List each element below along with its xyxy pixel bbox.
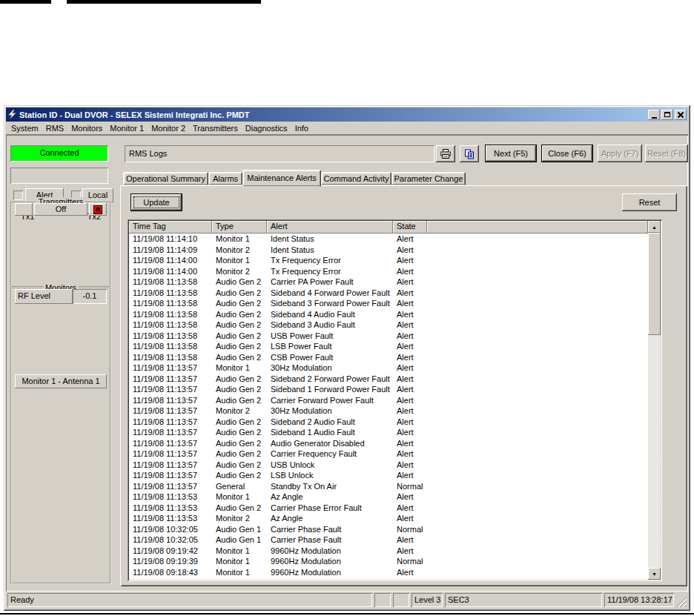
table-row[interactable]: 11/19/08 11:13:57 General Standby Tx On … bbox=[129, 481, 648, 492]
table-row[interactable]: 11/19/08 11:13:57 Monitor 1 30Hz Modulat… bbox=[129, 362, 648, 374]
table-row[interactable]: 11/19/08 11:13:58 Audio Gen 2 CSB Power … bbox=[129, 352, 648, 363]
cell-state: Alert bbox=[393, 405, 427, 417]
cell-state: Alert bbox=[393, 298, 427, 309]
scroll-down-icon: ▼ bbox=[652, 572, 657, 577]
table-row[interactable]: 11/19/08 11:13:58 Audio Gen 2 Sideband 3… bbox=[129, 298, 648, 309]
cell-time-tag: 11/19/08 11:14:00 bbox=[129, 255, 212, 266]
cell-type: Audio Gen 2 bbox=[212, 460, 267, 471]
cell-state: Alert bbox=[393, 352, 427, 363]
menu-item[interactable]: Diagnostics bbox=[242, 122, 291, 134]
print-button[interactable] bbox=[436, 145, 455, 162]
table-row[interactable]: 11/19/08 09:19:39 Monitor 1 9960Hz Modul… bbox=[129, 556, 648, 567]
secondary-status-box bbox=[10, 168, 108, 184]
table-row[interactable]: 11/19/08 11:13:57 Audio Gen 2 Sideband 2… bbox=[129, 374, 648, 385]
table-row[interactable]: 11/19/08 11:13:53 Monitor 1 Az Angle Ale… bbox=[129, 491, 648, 503]
cell-type: Audio Gen 2 bbox=[212, 298, 267, 309]
table-row[interactable]: 11/19/08 10:32:05 Audio Gen 1 Carrier Ph… bbox=[129, 524, 648, 535]
table-row[interactable]: 11/19/08 11:13:58 Audio Gen 2 Carrier PA… bbox=[129, 276, 648, 288]
reset-log-button[interactable]: Reset bbox=[622, 193, 677, 211]
table-row[interactable]: 11/19/08 11:13:53 Audio Gen 2 Carrier Ph… bbox=[129, 503, 648, 514]
cell-type: Monitor 1 bbox=[212, 546, 267, 557]
table-row[interactable]: 11/19/08 11:13:57 Monitor 2 30Hz Modulat… bbox=[129, 405, 648, 417]
column-header-state[interactable]: State bbox=[393, 221, 427, 234]
tab[interactable]: Command Activity bbox=[321, 172, 391, 185]
table-row[interactable]: 11/19/08 11:13:58 Audio Gen 2 Sideband 3… bbox=[129, 319, 648, 331]
alert-checkbox[interactable] bbox=[13, 191, 23, 200]
table-row[interactable]: 11/19/08 11:13:58 Audio Gen 2 LSB Power … bbox=[129, 341, 648, 352]
column-header-alert[interactable]: Alert bbox=[267, 221, 393, 234]
table-row[interactable]: 11/19/08 11:14:10 Monitor 1 Ident Status… bbox=[129, 234, 648, 245]
menu-item[interactable]: Monitors bbox=[67, 122, 106, 134]
cell-alert: 30Hz Modulation bbox=[267, 362, 393, 374]
local-checkbox-label: Local bbox=[82, 188, 113, 202]
table-row[interactable]: 11/19/08 11:13:58 Audio Gen 2 Sideband 4… bbox=[129, 309, 648, 320]
cell-state: Alert bbox=[393, 534, 427, 546]
page-rule-left bbox=[0, 0, 51, 4]
table-row[interactable]: 11/19/08 11:13:57 Audio Gen 2 LSB Unlock… bbox=[129, 470, 648, 481]
scrollbar-thumb[interactable] bbox=[648, 233, 661, 335]
menu-item[interactable]: Monitor 2 bbox=[148, 122, 189, 134]
cell-time-tag: 11/19/08 11:13:53 bbox=[129, 503, 212, 514]
scroll-down-button[interactable]: ▼ bbox=[648, 568, 661, 580]
tab[interactable]: Operational Summary bbox=[123, 172, 208, 185]
cell-state: Alert bbox=[393, 374, 427, 385]
tx1-indicator-button[interactable] bbox=[15, 203, 33, 216]
column-header-time-tag[interactable]: Time Tag bbox=[129, 221, 212, 234]
menu-item[interactable]: Info bbox=[291, 122, 312, 134]
table-row[interactable]: 11/19/08 11:13:53 Monitor 2 Az Angle Ale… bbox=[129, 513, 648, 524]
table-row[interactable]: 11/19/08 11:13:57 Audio Gen 2 Carrier Fr… bbox=[129, 448, 648, 460]
cell-state: Alert bbox=[393, 309, 427, 320]
tab[interactable]: Parameter Change bbox=[391, 172, 466, 185]
client-area: Connected Alert Local Transmitters Tx1 T… bbox=[6, 135, 688, 592]
table-row[interactable]: 11/19/08 11:14:00 Monitor 1 Tx Frequency… bbox=[129, 255, 648, 266]
tab[interactable]: Maintenance Alerts bbox=[242, 170, 321, 187]
table-row[interactable]: 11/19/08 11:13:57 Audio Gen 2 Sideband 1… bbox=[129, 427, 648, 438]
cell-state: Alert bbox=[393, 331, 427, 342]
cell-type: Audio Gen 2 bbox=[212, 341, 267, 352]
cell-type: Monitor 2 bbox=[212, 266, 267, 277]
menu-item[interactable]: Monitor 1 bbox=[106, 122, 148, 134]
close-view-button[interactable]: Close (F6) bbox=[541, 145, 593, 162]
cell-type: Audio Gen 2 bbox=[212, 427, 267, 438]
table-row[interactable]: 11/19/08 11:13:57 Audio Gen 2 Sideband 2… bbox=[129, 417, 648, 428]
table-row[interactable]: 11/19/08 10:32:05 Audio Gen 1 Carrier Ph… bbox=[129, 534, 648, 546]
cell-state: Alert bbox=[393, 384, 427, 395]
table-row[interactable]: 11/19/08 11:14:00 Monitor 2 Tx Frequency… bbox=[129, 266, 648, 277]
tab[interactable]: Alarms bbox=[208, 172, 242, 185]
tx2-indicator-button[interactable]: R bbox=[89, 203, 107, 216]
transmitter-mode-button[interactable]: Off bbox=[34, 203, 87, 216]
table-row[interactable]: 11/19/08 11:14:09 Monitor 2 Ident Status… bbox=[129, 245, 648, 256]
table-row[interactable]: 11/19/08 11:13:57 Audio Gen 2 Carrier Fo… bbox=[129, 395, 648, 406]
menu-item[interactable]: System bbox=[7, 122, 42, 134]
cell-time-tag: 11/19/08 11:13:58 bbox=[129, 288, 212, 299]
next-button[interactable]: Next (F5) bbox=[485, 145, 537, 162]
status-access-level: Level 3 bbox=[412, 593, 443, 607]
table-row[interactable]: 11/19/08 11:13:57 Audio Gen 2 USB Unlock… bbox=[129, 460, 648, 471]
cell-time-tag: 11/19/08 11:13:53 bbox=[129, 513, 212, 524]
minimize-button[interactable] bbox=[648, 110, 660, 120]
table-row[interactable]: 11/19/08 11:13:58 Audio Gen 2 Sideband 4… bbox=[129, 288, 648, 299]
cell-time-tag: 11/19/08 10:32:05 bbox=[129, 534, 212, 546]
close-button[interactable] bbox=[675, 110, 687, 120]
table-row[interactable]: 11/19/08 11:13:57 Audio Gen 2 Audio Gene… bbox=[129, 438, 648, 449]
cell-time-tag: 11/19/08 11:14:10 bbox=[129, 234, 212, 245]
cell-alert: Az Angle bbox=[267, 513, 393, 524]
scroll-up-button[interactable]: ▲ bbox=[648, 221, 661, 233]
copy-button[interactable] bbox=[460, 145, 479, 162]
vertical-scrollbar[interactable]: ▲ ▼ bbox=[648, 221, 661, 580]
menu-item[interactable]: RMS bbox=[42, 122, 67, 134]
table-row[interactable]: 11/19/08 09:18:43 Monitor 1 9960Hz Modul… bbox=[129, 567, 648, 578]
cell-alert: Carrier Forward Power Fault bbox=[267, 395, 393, 406]
maximize-button[interactable] bbox=[661, 110, 673, 120]
table-row[interactable]: 11/19/08 11:13:57 Audio Gen 2 Sideband 1… bbox=[129, 384, 648, 395]
table-row[interactable]: 11/19/08 09:19:42 Monitor 1 9960Hz Modul… bbox=[129, 546, 648, 557]
column-header-type[interactable]: Type bbox=[212, 221, 267, 234]
cell-time-tag: 11/19/08 11:13:58 bbox=[129, 319, 212, 331]
update-button[interactable]: Update bbox=[130, 193, 182, 211]
cell-type: Audio Gen 2 bbox=[212, 384, 267, 395]
table-row[interactable]: 11/19/08 11:13:58 Audio Gen 2 USB Power … bbox=[129, 331, 648, 342]
cell-time-tag: 11/19/08 11:13:57 bbox=[129, 417, 212, 428]
menu-item[interactable]: Transmitters bbox=[189, 122, 242, 134]
apply-button: Apply (F7) bbox=[598, 145, 642, 162]
resize-grip[interactable] bbox=[676, 597, 687, 607]
